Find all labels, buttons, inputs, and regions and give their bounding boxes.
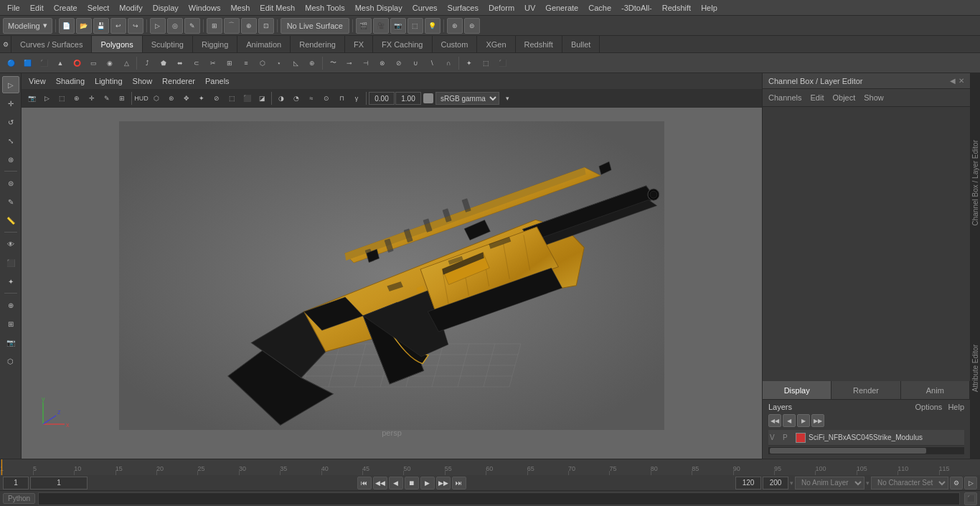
- menu-edit[interactable]: Edit: [26, 2, 48, 14]
- render-btn[interactable]: 🎬: [356, 18, 372, 34]
- prev-key-btn[interactable]: ◀◀: [373, 477, 387, 489]
- select-tool-btn[interactable]: ▷: [150, 18, 166, 34]
- soft-select-lt[interactable]: ⊜: [2, 174, 19, 192]
- light-btn[interactable]: 💡: [425, 18, 440, 34]
- playback-prefs-btn[interactable]: ▷: [964, 477, 977, 489]
- scale-tool-lt[interactable]: ⤡: [2, 132, 19, 149]
- vp-show-menu[interactable]: Show: [128, 75, 157, 87]
- vp-grid-vis-btn[interactable]: ⊞: [115, 91, 129, 106]
- bevel-btn[interactable]: ⬟: [156, 55, 171, 71]
- smooth-btn[interactable]: 〜: [325, 55, 341, 71]
- rotate-tool-lt[interactable]: ↺: [2, 113, 19, 131]
- render-region-btn[interactable]: ⬚: [407, 18, 423, 34]
- goto-start-btn[interactable]: ⏮: [357, 477, 372, 489]
- menu-surfaces[interactable]: Surfaces: [443, 2, 483, 14]
- frame-start-input[interactable]: [3, 477, 29, 489]
- menu-edit-mesh[interactable]: Edit Mesh: [255, 2, 299, 14]
- menu-mesh-display[interactable]: Mesh Display: [351, 2, 407, 14]
- menu-curves[interactable]: Curves: [408, 2, 442, 14]
- vp-ao-btn[interactable]: ◔: [289, 91, 303, 106]
- vp-gamma-btn[interactable]: γ: [349, 91, 364, 106]
- h-scrollbar-thumb[interactable]: [770, 448, 926, 454]
- menu-3dto[interactable]: -3DtoAll-: [617, 2, 656, 14]
- snap-lt[interactable]: ⊕: [2, 296, 19, 314]
- grid-lt[interactable]: ⊞: [2, 315, 19, 332]
- vp-film-gate-btn[interactable]: ⬚: [55, 91, 69, 106]
- tab-polygons[interactable]: Polygons: [92, 36, 142, 52]
- menu-deform[interactable]: Deform: [484, 2, 519, 14]
- poly-cylinder-btn[interactable]: ⬛: [36, 55, 52, 71]
- frame-end-input[interactable]: [735, 477, 761, 489]
- python-run-btn[interactable]: ⬛: [964, 492, 977, 505]
- poly-cube-btn[interactable]: 🟦: [19, 55, 35, 71]
- boolean-union-btn[interactable]: ∪: [407, 55, 423, 71]
- object-lt[interactable]: ⬛: [2, 254, 19, 271]
- vp-textured-btn[interactable]: ◪: [255, 91, 269, 106]
- vp-lighting-menu[interactable]: Lighting: [90, 75, 127, 87]
- tab-sculpting[interactable]: Sculpting: [143, 36, 193, 52]
- measure-lt[interactable]: 📏: [2, 212, 19, 229]
- vp-hud-btn[interactable]: HUD: [134, 91, 149, 106]
- merge-btn[interactable]: ⊂: [189, 55, 204, 71]
- menu-modify[interactable]: Modify: [115, 2, 146, 14]
- soft-mod-btn[interactable]: ⊜: [464, 18, 480, 34]
- tab-xgen[interactable]: XGen: [477, 36, 515, 52]
- boolean-diff-btn[interactable]: ∖: [424, 55, 440, 71]
- vp-panels-menu[interactable]: Panels: [201, 75, 234, 87]
- menu-uv[interactable]: UV: [520, 2, 540, 14]
- fill-hole-btn[interactable]: ⬡: [255, 55, 270, 71]
- edge-tab-attribute[interactable]: Attribute Editor: [971, 342, 979, 395]
- vp-antialias-btn[interactable]: ⊓: [334, 91, 349, 106]
- h-scrollbar[interactable]: [768, 447, 964, 454]
- poly-sphere-btn[interactable]: 🔵: [3, 55, 19, 71]
- extrude-btn[interactable]: ⤴: [139, 55, 155, 71]
- vp-snap-btn[interactable]: ⊕: [70, 91, 84, 106]
- channel-box-collapse-btn[interactable]: ◀: [950, 77, 956, 85]
- next-frame-btn[interactable]: ▶▶: [436, 477, 451, 489]
- move-tool-lt[interactable]: ✛: [2, 95, 19, 112]
- workspace-dropdown[interactable]: Modeling ▾: [3, 18, 52, 34]
- redo-btn[interactable]: ↪: [128, 18, 143, 34]
- layer-fwd-btn[interactable]: ▶: [797, 414, 810, 427]
- char-set-select[interactable]: No Character Set: [871, 477, 948, 489]
- vp-shadow-btn[interactable]: ◑: [274, 91, 288, 106]
- vp-xray-btn[interactable]: ✦: [194, 91, 209, 106]
- bridge-btn[interactable]: ⬌: [172, 55, 188, 71]
- tab-rigging[interactable]: Rigging: [193, 36, 237, 52]
- vp-res-btn[interactable]: ⊛: [164, 91, 179, 106]
- python-label-btn[interactable]: Python: [3, 493, 35, 504]
- menu-cache[interactable]: Cache: [584, 2, 616, 14]
- snap-point-btn[interactable]: ⊕: [241, 18, 257, 34]
- paint-select-lt[interactable]: ✎: [2, 193, 19, 210]
- shaded-btn[interactable]: ⬛: [494, 55, 510, 71]
- vp-shading-menu[interactable]: Shading: [52, 75, 89, 87]
- render-settings-btn[interactable]: 🎥: [373, 18, 389, 34]
- channel-box-close-btn[interactable]: ✕: [958, 77, 964, 85]
- vp-select-cam-btn[interactable]: ▷: [39, 91, 54, 106]
- vp-scale-input[interactable]: [395, 92, 421, 105]
- layers-help-menu[interactable]: Help: [948, 403, 964, 411]
- dra-display-tab[interactable]: Display: [763, 381, 831, 399]
- save-scene-btn[interactable]: 💾: [93, 18, 109, 34]
- display-lt[interactable]: 👁: [2, 235, 19, 253]
- vp-gate-btn[interactable]: ⬡: [149, 91, 164, 106]
- vp-cam-btn[interactable]: 📷: [24, 91, 39, 106]
- snap-curve-btn[interactable]: ⌒: [224, 18, 240, 34]
- insert-loop-btn[interactable]: ⊞: [222, 55, 237, 71]
- vp-pivot-btn[interactable]: ✛: [85, 91, 99, 106]
- poly-torus-btn[interactable]: ⭕: [69, 55, 85, 71]
- poly-cone-btn[interactable]: ▲: [52, 55, 68, 71]
- cb-tab-object[interactable]: Object: [832, 92, 855, 103]
- wireframe-btn[interactable]: ⬚: [478, 55, 494, 71]
- target-weld-btn[interactable]: ⊕: [304, 55, 320, 71]
- layers-options-menu[interactable]: Options: [915, 403, 942, 411]
- stop-btn[interactable]: ⏹: [405, 477, 419, 489]
- poly-plane-btn[interactable]: ▭: [85, 55, 101, 71]
- boolean-inter-btn[interactable]: ∩: [440, 55, 456, 71]
- xray-lt[interactable]: ✦: [2, 273, 19, 290]
- cb-tab-show[interactable]: Show: [864, 92, 884, 103]
- play-btn[interactable]: ▶: [420, 477, 435, 489]
- snap-grid-btn[interactable]: ⊞: [207, 18, 222, 34]
- vp-shaded-btn[interactable]: ⬛: [240, 91, 254, 106]
- python-input[interactable]: [38, 492, 960, 505]
